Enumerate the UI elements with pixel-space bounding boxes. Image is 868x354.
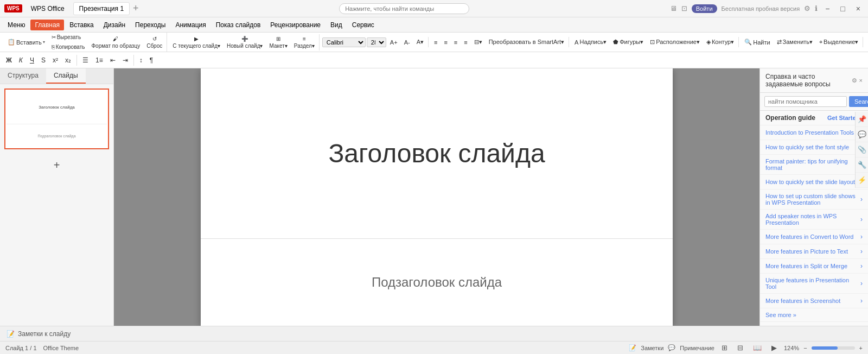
increase-font-button[interactable]: A+ bbox=[387, 37, 400, 47]
help-panel-settings-icon[interactable]: ⚙ bbox=[852, 77, 857, 84]
menu-item-insert[interactable]: Вставка bbox=[65, 20, 98, 30]
notes-status-label[interactable]: Заметки bbox=[641, 345, 663, 351]
zoom-slider[interactable] bbox=[812, 346, 855, 350]
menu-item-slideshow[interactable]: Показ слайдов bbox=[212, 20, 265, 30]
slide-canvas[interactable]: Заголовок слайда Подзаголовок слайда bbox=[201, 68, 673, 326]
side-icon-3[interactable]: 📎 bbox=[856, 142, 868, 157]
align-left-button[interactable]: ≡ bbox=[431, 37, 440, 47]
file-tab[interactable]: Презентация 1 bbox=[73, 2, 130, 15]
menu-item-menu[interactable]: Меню bbox=[3, 20, 29, 30]
format-painter-button[interactable]: 🖌Формат по образцу bbox=[88, 34, 143, 50]
slide-sorter-button[interactable]: ⊟ bbox=[735, 343, 746, 353]
smartart-button[interactable]: Преобразовать в SmartArt▾ bbox=[486, 37, 567, 47]
arrange-button[interactable]: ⊡Расположение▾ bbox=[647, 37, 703, 47]
cut-button[interactable]: ✂ Вырезать bbox=[49, 33, 88, 42]
user-login-button[interactable]: Войти bbox=[692, 4, 717, 13]
find-button[interactable]: 🔍 Найти bbox=[742, 37, 773, 47]
menu-item-transitions[interactable]: Переходы bbox=[131, 20, 170, 30]
settings-icon[interactable]: ⚙ bbox=[804, 4, 810, 12]
paragraph-dir-button[interactable]: ¶ bbox=[147, 55, 156, 65]
replace-button[interactable]: ⇄ Заменить▾ bbox=[774, 37, 815, 47]
tab-slides[interactable]: Слайды bbox=[46, 68, 86, 84]
select-button[interactable]: ⌖ Выделение▾ bbox=[816, 37, 861, 47]
line-spacing-button[interactable]: ↕ bbox=[137, 55, 145, 65]
subscript-button[interactable]: x₂ bbox=[62, 55, 74, 65]
guide-link-4[interactable]: How to set up custom slide shows in WPS … bbox=[760, 189, 868, 210]
guide-link-9[interactable]: Unique features in Presentation Tool › bbox=[760, 274, 868, 294]
guide-link-6[interactable]: More features in Convert to Word › bbox=[760, 230, 868, 244]
font-family-select[interactable]: Calibri bbox=[322, 37, 366, 47]
see-more-link[interactable]: See more » bbox=[760, 308, 868, 322]
decrease-font-button[interactable]: A- bbox=[401, 37, 413, 47]
numbering-button[interactable]: 1≡ bbox=[93, 55, 106, 65]
maximize-button[interactable]: □ bbox=[837, 4, 848, 13]
guide-link-0[interactable]: Introduction to Presentation Tools › bbox=[760, 125, 868, 140]
presenter-view-button[interactable]: ▶ bbox=[769, 343, 780, 353]
side-icon-4[interactable]: 🔧 bbox=[856, 157, 868, 173]
command-search-input[interactable] bbox=[339, 3, 469, 14]
menu-item-view[interactable]: Вид bbox=[326, 20, 347, 30]
close-button[interactable]: × bbox=[853, 4, 864, 13]
params-button[interactable]: ⚙Параметры▾ bbox=[866, 37, 868, 47]
font-color-button[interactable]: A▾ bbox=[414, 37, 426, 47]
indent-increase-button[interactable]: ⇥ bbox=[120, 55, 131, 65]
side-icon-5[interactable]: ⚡ bbox=[856, 173, 868, 188]
menu-item-design[interactable]: Дизайн bbox=[99, 20, 130, 30]
contour-button[interactable]: ◈Контур▾ bbox=[704, 37, 737, 47]
paste-button[interactable]: 📋Вставить▾ bbox=[5, 37, 48, 47]
reset-button[interactable]: ↺Сброс bbox=[144, 34, 165, 50]
superscript-button[interactable]: x² bbox=[50, 55, 61, 65]
info-icon[interactable]: ℹ bbox=[815, 4, 818, 12]
slide-title-area[interactable]: Заголовок слайда bbox=[201, 68, 673, 239]
font-size-select[interactable]: 28 bbox=[367, 37, 386, 47]
guide-link-3[interactable]: How to quickly set the slide layout › bbox=[760, 175, 868, 189]
guide-link-7[interactable]: More features in Picture to Text › bbox=[760, 244, 868, 259]
normal-view-button[interactable]: ⊞ bbox=[719, 343, 730, 353]
menu-item-service[interactable]: Сервис bbox=[348, 20, 379, 30]
notes-status-icon[interactable]: 📝 bbox=[629, 344, 636, 351]
underline-button[interactable]: Ч bbox=[27, 55, 37, 65]
comment-status-icon[interactable]: 💬 bbox=[668, 344, 675, 351]
layout-button[interactable]: ⊞Макет▾ bbox=[266, 34, 290, 50]
slide-subtitle-area[interactable]: Подзаголовок слайда bbox=[201, 239, 673, 326]
comment-status-label[interactable]: Примечание bbox=[680, 345, 714, 351]
guide-link-2[interactable]: Format painter: tips for unifying format… bbox=[760, 155, 868, 175]
section-button[interactable]: ≡Раздел▾ bbox=[291, 34, 317, 50]
col-layout-button[interactable]: ⊟▾ bbox=[471, 37, 485, 47]
help-search-button[interactable]: Search bbox=[849, 96, 868, 107]
guide-link-5[interactable]: Add speaker notes in WPS Presentation › bbox=[760, 210, 868, 230]
copy-button[interactable]: ⎘ Копировать bbox=[49, 42, 88, 52]
text-box-button[interactable]: AНадпись▾ bbox=[572, 37, 609, 47]
menu-item-animation[interactable]: Анимация bbox=[171, 20, 210, 30]
text-settings-section[interactable]: Text Settings › bbox=[760, 322, 868, 326]
side-icon-1[interactable]: 📌 bbox=[856, 112, 868, 127]
help-panel-close-icon[interactable]: × bbox=[859, 77, 863, 84]
guide-link-10[interactable]: More features in Screenshot › bbox=[760, 294, 868, 308]
side-icon-2[interactable]: 💬 bbox=[856, 127, 868, 142]
strikethrough-button[interactable]: S bbox=[39, 55, 48, 65]
align-center-button[interactable]: ≡ bbox=[441, 37, 450, 47]
menu-item-home[interactable]: Главная bbox=[30, 20, 64, 30]
reading-view-button[interactable]: 📖 bbox=[750, 343, 764, 353]
new-tab-button[interactable]: + bbox=[133, 3, 139, 14]
zoom-plus-button[interactable]: + bbox=[859, 345, 863, 351]
justify-button[interactable]: ≡ bbox=[461, 37, 470, 47]
bold-button[interactable]: Ж bbox=[3, 55, 15, 65]
search-bar[interactable] bbox=[139, 3, 670, 14]
minimize-button[interactable]: − bbox=[822, 4, 833, 13]
guide-link-8[interactable]: More features in Split or Merge › bbox=[760, 259, 868, 274]
indent-decrease-button[interactable]: ⇤ bbox=[107, 55, 118, 65]
from-current-button[interactable]: ▶С текущего слайд▾ bbox=[170, 34, 223, 50]
slide-thumb-1[interactable]: Заголовок слайда Подзаголовок слайда bbox=[4, 88, 109, 149]
notes-label[interactable]: Заметки к слайду bbox=[18, 330, 71, 338]
menu-item-review[interactable]: Рецензирование bbox=[266, 20, 325, 30]
help-search-input[interactable] bbox=[764, 96, 847, 107]
new-slide-button[interactable]: ➕Новый слайд▾ bbox=[224, 34, 265, 50]
tab-structure[interactable]: Структура bbox=[0, 68, 46, 84]
guide-link-1[interactable]: How to quickly set the font style › bbox=[760, 140, 868, 155]
align-right-button[interactable]: ≡ bbox=[451, 37, 460, 47]
italic-button[interactable]: К bbox=[16, 55, 25, 65]
zoom-minus-button[interactable]: − bbox=[803, 345, 807, 351]
add-slide-button[interactable]: + bbox=[4, 155, 109, 176]
bullets-button[interactable]: ☰ bbox=[80, 55, 91, 65]
